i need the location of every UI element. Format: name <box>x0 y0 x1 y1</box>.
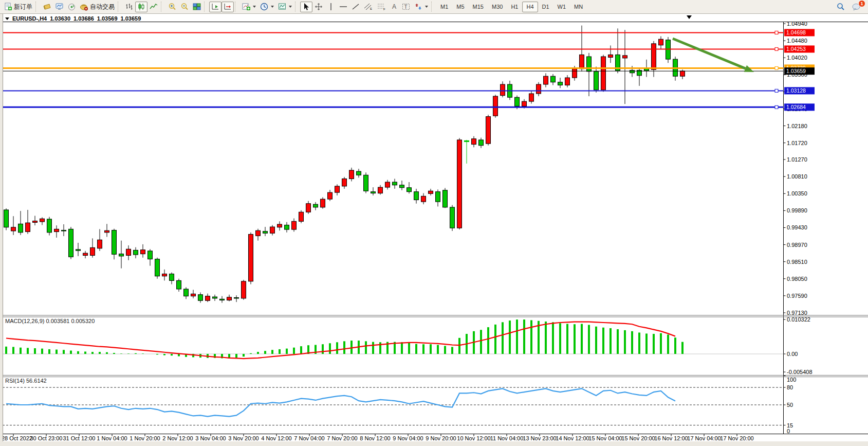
zoom-in-button[interactable] <box>166 2 178 12</box>
bar-chart-button[interactable] <box>123 2 135 12</box>
line-handle[interactable] <box>775 31 778 34</box>
candle-up[interactable] <box>249 234 253 281</box>
candle-up[interactable] <box>328 192 333 199</box>
chart-menu-icon[interactable] <box>5 17 9 20</box>
candle-down[interactable] <box>62 230 66 231</box>
candle-up[interactable] <box>385 182 390 187</box>
wallet-button[interactable] <box>41 2 53 12</box>
signals-button[interactable] <box>66 2 78 12</box>
candle-up[interactable] <box>472 139 476 145</box>
candle-up[interactable] <box>270 227 275 233</box>
line-handle[interactable] <box>775 89 778 92</box>
candle-down[interactable] <box>515 97 520 106</box>
candle-up[interactable] <box>601 57 606 90</box>
candle-up[interactable] <box>299 212 304 221</box>
vps-button[interactable] <box>53 2 66 12</box>
candle-down[interactable] <box>400 185 404 188</box>
arrows-button[interactable] <box>412 2 430 12</box>
candle-down[interactable] <box>69 229 73 257</box>
candle-up[interactable] <box>501 84 505 96</box>
vertical-line-button[interactable] <box>325 2 337 12</box>
candle-up[interactable] <box>493 96 498 116</box>
notifications-button[interactable]: 1 <box>850 2 863 12</box>
candle-down[interactable] <box>285 225 289 229</box>
candle-up[interactable] <box>608 55 613 57</box>
candle-up[interactable] <box>90 247 95 255</box>
candle-up[interactable] <box>83 253 88 255</box>
timeframe-m30-button[interactable]: M30 <box>488 2 507 12</box>
candle-up[interactable] <box>191 294 196 296</box>
new-order-button[interactable]: 新订单 <box>2 2 34 12</box>
candle-down[interactable] <box>112 230 117 255</box>
timeframe-d1-button[interactable]: D1 <box>538 2 553 12</box>
candle-down[interactable] <box>558 82 563 85</box>
candle-up[interactable] <box>141 250 145 254</box>
candle-up[interactable] <box>256 230 261 236</box>
candle-down[interactable] <box>47 219 52 233</box>
candle-down[interactable] <box>119 254 124 256</box>
candle-down[interactable] <box>213 297 217 298</box>
candle-down[interactable] <box>465 140 469 141</box>
autoscroll-button[interactable] <box>209 2 221 12</box>
candle-up[interactable] <box>33 221 38 223</box>
candlestick-chart-button[interactable] <box>135 2 147 12</box>
candle-up[interactable] <box>206 296 210 301</box>
indicators-button[interactable] <box>240 2 258 12</box>
candle-up[interactable] <box>349 170 354 179</box>
candle-down[interactable] <box>220 299 225 300</box>
chart-canvas[interactable]: 1.049401.044801.040201.035601.031001.026… <box>0 0 868 446</box>
timeframe-m5-button[interactable]: M5 <box>452 2 468 12</box>
candle-up[interactable] <box>54 229 59 231</box>
line-handle[interactable] <box>775 66 778 69</box>
candle-up[interactable] <box>126 249 131 255</box>
candle-down[interactable] <box>371 192 376 193</box>
tile-windows-button[interactable] <box>191 2 203 12</box>
zoom-out-button[interactable] <box>178 2 191 12</box>
candle-down[interactable] <box>407 188 412 192</box>
periods-button[interactable] <box>258 2 276 12</box>
timeframe-w1-button[interactable]: W1 <box>553 2 570 12</box>
candle-up[interactable] <box>40 219 45 222</box>
candle-down[interactable] <box>170 274 174 280</box>
candle-up[interactable] <box>162 274 167 276</box>
candle-down[interactable] <box>436 192 440 202</box>
crosshair-button[interactable] <box>312 2 325 12</box>
candle-down[interactable] <box>234 297 239 298</box>
timeframe-m15-button[interactable]: M15 <box>469 2 488 12</box>
candle-up[interactable] <box>537 84 541 94</box>
candle-up[interactable] <box>529 94 534 101</box>
candle-down[interactable] <box>551 76 556 82</box>
cursor-button[interactable] <box>300 2 312 12</box>
timeframe-h4-button[interactable]: H4 <box>522 2 538 12</box>
candle-down[interactable] <box>357 171 361 175</box>
candle-up[interactable] <box>292 221 297 229</box>
candle-up[interactable] <box>342 179 347 186</box>
text-button[interactable]: A <box>389 2 400 12</box>
candle-up[interactable] <box>242 281 246 298</box>
candle-down[interactable] <box>155 259 160 276</box>
candle-up[interactable] <box>486 117 491 144</box>
line-chart-button[interactable] <box>147 2 160 12</box>
candle-down[interactable] <box>148 251 153 259</box>
candle-up[interactable] <box>321 199 325 207</box>
candle-up[interactable] <box>652 44 656 69</box>
candle-down[interactable] <box>198 295 203 301</box>
autotrading-button[interactable]: 自动交易 <box>78 2 117 12</box>
candle-up[interactable] <box>105 230 109 233</box>
candle-up[interactable] <box>572 69 577 78</box>
candle-up[interactable] <box>429 191 433 193</box>
line-handle[interactable] <box>775 105 778 109</box>
trend-arrow-line[interactable] <box>673 39 745 68</box>
candle-down[interactable] <box>184 289 189 296</box>
candle-down[interactable] <box>393 182 397 185</box>
search-button[interactable] <box>835 2 847 12</box>
candle-up[interactable] <box>457 140 462 228</box>
candle-up[interactable] <box>335 186 340 192</box>
candle-up[interactable] <box>378 187 383 193</box>
trendline-button[interactable] <box>349 2 362 12</box>
candle-up[interactable] <box>278 224 282 227</box>
candle-down[interactable] <box>479 140 484 146</box>
candle-down[interactable] <box>443 190 448 207</box>
timeframe-mn-button[interactable]: MN <box>570 2 587 12</box>
candle-up[interactable] <box>421 196 426 202</box>
